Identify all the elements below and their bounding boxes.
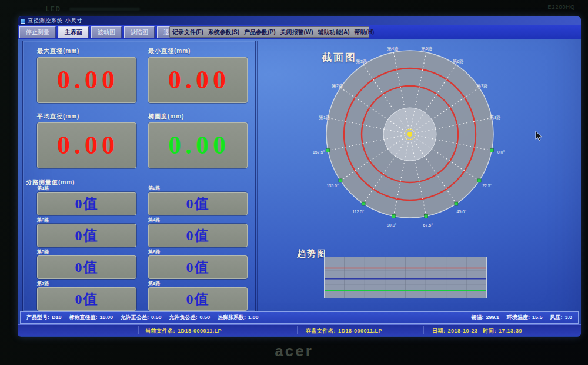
trend-chart	[324, 257, 487, 298]
channel-4-value: 0值	[186, 226, 210, 245]
toolbar-button-0[interactable]: 停止测量	[19, 26, 56, 38]
plus-tolerance-value: 0.50	[151, 314, 162, 320]
angle-label-6: 135.0°	[326, 184, 339, 188]
channel-3-label: 第3路	[37, 217, 136, 223]
menubar-item-3[interactable]: 关闭报警(W)	[278, 28, 315, 36]
min-diameter-value: 0.00	[166, 67, 230, 93]
app-icon	[21, 19, 25, 24]
channel-4-display: 0值	[148, 224, 248, 247]
ovality-value: 0.00	[166, 132, 230, 158]
menubar-item-4[interactable]: 辅助功能(A)	[316, 28, 352, 36]
status-field-air-pressure: 风压:3.0	[550, 314, 572, 321]
channel-5-readout: 第5路0值	[37, 249, 136, 279]
channel-1-label: 第1路	[37, 185, 136, 191]
channel-4-label: 第4路	[148, 217, 248, 223]
channel-5-label: 第5路	[37, 249, 136, 255]
menubar-item-1[interactable]: 系统参数(S)	[206, 28, 242, 36]
avg-diameter-display: 0.00	[37, 122, 136, 168]
menubar-item-2[interactable]: 产品参数(P)	[242, 28, 278, 36]
angle-label-7: 157.5°	[313, 150, 325, 154]
current-file-label: 当前文件名:	[145, 328, 175, 334]
channel-3-display: 0值	[37, 224, 136, 247]
angle-marker	[326, 149, 330, 152]
monitor-photo: LED E2200HQ 直径测控系统-小尺寸 停止测量主界面波动图缺陷图退出 记…	[0, 0, 588, 365]
current-file-value: 1D18-000011.LP	[178, 328, 222, 334]
time-label: 时间:	[483, 328, 497, 334]
channel-label-3: 第3路	[356, 59, 367, 64]
channel-label-7: 第7路	[476, 83, 487, 88]
ambient-temp-label: 环境温度:	[507, 314, 530, 320]
channel-6-value: 0值	[186, 258, 210, 277]
status-field-product-model: 产品型号:D18	[26, 314, 62, 321]
channel-1-value: 0值	[75, 194, 99, 213]
channel-7-readout: 第7路0值	[37, 281, 136, 311]
angle-label-3: 67.5°	[423, 223, 433, 227]
bezel-subtext-decoration	[69, 8, 140, 11]
channel-label-6: 第6路	[453, 59, 464, 64]
channel-2-display: 0值	[148, 192, 248, 215]
toolbar-button-1[interactable]: 主界面	[58, 26, 89, 38]
copper-temp-label: 铜温:	[471, 314, 483, 320]
current-file-field: 当前文件名:1D18-000011.LP	[145, 327, 222, 335]
channel-6-display: 0值	[148, 256, 248, 279]
minus-tolerance-label: 允许负公差:	[169, 314, 198, 320]
channel-1-readout: 第1路0值	[37, 185, 136, 215]
status-field-nominal-diameter: 标称直径值:18.00	[69, 314, 113, 321]
avg-diameter-readout: 平均直径(mm)0.00	[37, 112, 136, 168]
channel-7-label: 第7路	[37, 281, 136, 287]
min-diameter-label: 最小直径(mm)	[148, 47, 248, 55]
channel-8-display: 0值	[148, 287, 248, 311]
channel-8-readout: 第8路0值	[148, 281, 248, 311]
filebar-divider	[138, 326, 139, 334]
environment-readings-group: 铜温:299.1环境温度:15.5风压:3.0	[471, 314, 572, 321]
status-bar: 产品型号:D18标称直径值:18.00允许正公差:0.50允许负公差:0.50热…	[20, 311, 579, 324]
max-diameter-readout: 最大直径(mm)0.00	[37, 47, 136, 103]
panel-divider	[257, 41, 258, 311]
menubar-item-0[interactable]: 记录文件(F)	[170, 28, 206, 36]
channel-label-1: 第1路	[319, 115, 330, 120]
status-field-minus-tolerance: 允许负公差:0.50	[169, 314, 211, 321]
menubar-item-5[interactable]: 帮助(H)	[352, 28, 376, 36]
expansion-coefficient-value: 1.00	[248, 314, 259, 320]
angle-marker	[425, 214, 428, 218]
plus-tolerance-label: 允许正公差:	[121, 314, 149, 320]
status-field-plus-tolerance: 允许正公差:0.50	[121, 314, 162, 321]
channel-5-value: 0值	[75, 258, 99, 277]
angle-label-2: 45.0°	[457, 210, 467, 214]
angle-marker	[339, 179, 342, 182]
section-polar-chart: 第1路第2路第3路第4路第5路第6路第7路第8路0.0°22.5°45.0°67…	[292, 36, 527, 240]
angle-marker	[392, 214, 395, 218]
minus-tolerance-value: 0.50	[200, 314, 211, 320]
max-diameter-label: 最大直径(mm)	[37, 47, 136, 55]
datetime-field: 日期:2018-10-23 时间:17:13:39	[432, 327, 522, 335]
channel-2-readout: 第2路0值	[148, 185, 248, 215]
toolbar-button-2[interactable]: 波动图	[91, 26, 122, 38]
product-model-value: D18	[52, 314, 62, 320]
mouse-cursor	[535, 131, 543, 141]
channel-3-value: 0值	[75, 226, 99, 245]
channel-8-value: 0值	[186, 290, 210, 308]
avg-diameter-label: 平均直径(mm)	[37, 112, 136, 121]
channel-label-2: 第2路	[332, 83, 343, 88]
status-field-expansion-coefficient: 热膨胀系数:1.00	[218, 314, 259, 321]
channel-3-readout: 第3路0值	[37, 217, 136, 247]
filebar-divider	[423, 326, 424, 334]
trend-chart-title: 趋势图	[297, 248, 327, 260]
min-diameter-readout: 最小直径(mm)0.00	[148, 47, 248, 103]
channel-5-display: 0值	[37, 256, 136, 279]
avg-diameter-value: 0.00	[55, 132, 119, 158]
max-diameter-display: 0.00	[37, 57, 136, 103]
channel-6-label: 第6路	[148, 249, 248, 255]
toolbar-button-group: 停止测量主界面波动图缺陷图退出	[18, 26, 182, 38]
angle-marker	[477, 179, 481, 182]
toolbar-button-3[interactable]: 缺陷图	[124, 26, 155, 38]
status-field-ambient-temp: 环境温度:15.5	[507, 314, 543, 321]
max-diameter-value: 0.00	[55, 67, 119, 93]
channel-6-readout: 第6路0值	[148, 249, 248, 279]
diameter-readouts: 最大直径(mm)0.00最小直径(mm)0.00平均直径(mm)0.00椭圆度(…	[37, 47, 248, 168]
status-field-copper-temp: 铜温:299.1	[471, 314, 499, 321]
center-dot	[407, 132, 412, 137]
bezel-led-label: LED	[46, 6, 61, 12]
ovality-readout: 椭圆度(mm)0.00	[148, 112, 248, 168]
window-title: 直径测控系统-小尺寸	[28, 17, 83, 25]
